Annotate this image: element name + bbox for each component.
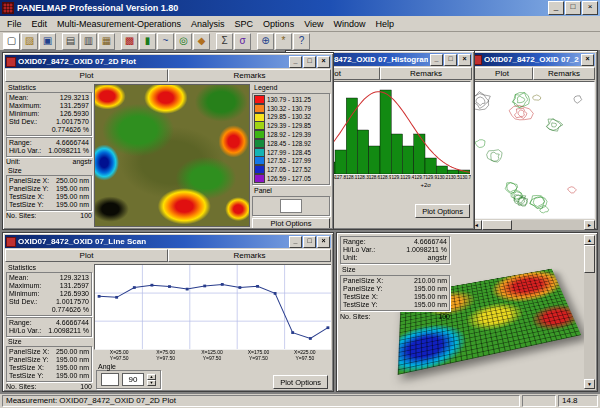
scrollbar-thumb[interactable]: [584, 245, 595, 273]
menu-item-view[interactable]: View: [299, 18, 328, 30]
minimize-button[interactable]: _: [430, 54, 443, 66]
maximize-button[interactable]: □: [565, 1, 581, 15]
panel-group: [252, 196, 330, 216]
stat-value: 126.5930: [60, 110, 89, 118]
unit-row: Unit: angstr: [6, 158, 92, 166]
maximize-button[interactable]: □: [303, 236, 316, 248]
stat-label: TestSize Y:: [9, 372, 44, 380]
tab-remarks[interactable]: Remarks: [533, 67, 595, 80]
toolbar-icon-save[interactable]: ▣: [39, 33, 56, 50]
plot-options-button[interactable]: Plot Options: [252, 218, 330, 228]
statistics-panel: Range:4.6666744Hi/Lo Var.:1.0098211 %Uni…: [340, 236, 450, 321]
toolbar-icon-options[interactable]: *: [275, 33, 292, 50]
angle-orientation-box[interactable]: [101, 373, 119, 386]
legend-label: 127.52 - 127.99: [267, 157, 311, 164]
toolbar-icon-open-folder[interactable]: ▨: [21, 33, 38, 50]
legend-label: 130.32 - 130.79: [267, 105, 311, 112]
toolbar-icon-zoom[interactable]: ⊕: [257, 33, 274, 50]
status-measurement: Measurement: OXID07_8472_OXID 07_2D Plot: [2, 395, 520, 407]
statistics-group: Mean:129.3213Maximum:131.2597Minimum:126…: [6, 92, 92, 136]
legend-swatch: [254, 148, 265, 157]
maximize-button[interactable]: □: [303, 56, 316, 68]
sites-value: 100: [80, 212, 92, 220]
stat-value: 195.00 nm: [56, 372, 89, 380]
scroll-right-arrow[interactable]: ►: [584, 220, 595, 230]
tab-plot[interactable]: Plot: [5, 69, 168, 82]
toolbar-icon-help[interactable]: ?: [293, 33, 310, 50]
tab-strip: Plot Remarks: [5, 69, 331, 82]
tab-plot[interactable]: Plot: [471, 67, 533, 80]
minimize-button[interactable]: _: [548, 1, 564, 15]
angle-input[interactable]: 90: [122, 373, 144, 386]
title-bar[interactable]: PANELMAP Professional Version 1.80 _ □ ×: [0, 0, 600, 16]
menu-item-multi-measurement-operations[interactable]: Multi-Measurement-Operations: [52, 18, 186, 30]
close-button[interactable]: ×: [458, 54, 471, 66]
statistics-panel: Statistics Mean:129.3213Maximum:131.2597…: [5, 83, 93, 228]
toolbar-icon-print[interactable]: ▤: [62, 33, 79, 50]
menu-item-spc[interactable]: SPC: [230, 18, 259, 30]
plot-options-button[interactable]: Plot Options: [415, 204, 470, 218]
menu-item-help[interactable]: Help: [371, 18, 400, 30]
stat-label: Mean:: [9, 94, 28, 102]
stat-row: Mean:129.3213: [9, 274, 89, 282]
panel-shape-preview[interactable]: [280, 199, 302, 213]
stat-row: Mean:129.3213: [9, 94, 89, 102]
menu-item-file[interactable]: File: [2, 18, 27, 30]
tab-plot[interactable]: Plot: [5, 249, 168, 262]
toolbar-icon-line-scan[interactable]: ~: [157, 33, 174, 50]
plot-options-button[interactable]: Plot Options: [273, 375, 328, 389]
stat-row: TestSize Y:195.00 nm: [9, 201, 89, 209]
angle-heading: Angle: [96, 363, 161, 370]
x-tick-label: 130.25: [437, 175, 448, 182]
window-title-bar[interactable]: OXID07_8472_OXID 07_Line Scan _ □ ×: [5, 235, 331, 248]
menu-item-analysis[interactable]: Analysis: [186, 18, 230, 30]
window-title-bar[interactable]: OXID07_8472_OXID 07_2D Plot _ □ ×: [5, 55, 331, 68]
stat-value: 195.00 nm: [414, 301, 447, 309]
close-button[interactable]: ×: [317, 56, 330, 68]
x-tick-label: X=125.00Y=97.50: [189, 350, 235, 362]
menu-item-edit[interactable]: Edit: [27, 18, 53, 30]
toolbar-icon-spc[interactable]: σ: [234, 33, 251, 50]
stat-row: Minimum:126.5930: [9, 110, 89, 118]
tab-remarks[interactable]: Remarks: [168, 69, 331, 82]
close-button[interactable]: ×: [582, 1, 598, 15]
window-title-bar[interactable]: OXID07_8472_OXID 07_2D Contour ×: [471, 53, 595, 66]
toolbar-icon-copy[interactable]: ▥: [80, 33, 97, 50]
contour-plot[interactable]: [471, 81, 595, 219]
stat-value: 131.2597: [60, 102, 89, 110]
toolbar-icon-plot-2d[interactable]: ▩: [121, 33, 138, 50]
toolbar-icon-histogram[interactable]: ▮: [139, 33, 156, 50]
stat-value: 195.00 nm: [414, 285, 447, 293]
close-button[interactable]: ×: [317, 236, 330, 248]
horizontal-scrollbar[interactable]: ◄ ►: [471, 220, 595, 230]
stat-label: TestSize X:: [9, 364, 44, 372]
stat-label: Range:: [9, 319, 32, 327]
minimize-button[interactable]: _: [289, 56, 302, 68]
line-scan-chart[interactable]: [94, 264, 331, 350]
toolbar-icon-paste[interactable]: ▦: [98, 33, 115, 50]
legend: 130.79 - 131.25130.32 - 130.79129.85 - 1…: [252, 93, 330, 185]
toolbar-icon-statistics[interactable]: Σ: [216, 33, 233, 50]
tab-remarks[interactable]: Remarks: [380, 67, 472, 80]
menu-item-options[interactable]: Options: [258, 18, 299, 30]
legend-label: 130.79 - 131.25: [267, 96, 311, 103]
menu-item-window[interactable]: Window: [329, 18, 371, 30]
legend-label: 128.92 - 129.39: [267, 131, 311, 138]
toolbar-icon-contour[interactable]: ◎: [175, 33, 192, 50]
minimize-button[interactable]: _: [289, 236, 302, 248]
scrollbar-thumb[interactable]: [482, 220, 512, 230]
maximize-button[interactable]: □: [444, 54, 457, 66]
stat-value: 126.5930: [60, 290, 89, 298]
scroll-up-arrow[interactable]: ▲: [584, 235, 595, 245]
scroll-down-arrow[interactable]: ▼: [584, 379, 595, 389]
stat-value: 4.6666744: [56, 139, 89, 147]
vertical-scrollbar[interactable]: ▲ ▼: [584, 235, 595, 389]
stat-row: Hi/Lo Var.:1.0098211 %: [9, 147, 89, 155]
tab-remarks[interactable]: Remarks: [168, 249, 331, 262]
heatmap-2d-plot[interactable]: [94, 84, 250, 227]
close-button[interactable]: ×: [581, 54, 594, 66]
size-group: PanelSize X:250.00 nmPanelSize Y:195.00 …: [6, 346, 92, 382]
toolbar-icon-plot-3d[interactable]: ◆: [193, 33, 210, 50]
angle-down-button[interactable]: ▼: [147, 380, 156, 386]
toolbar-icon-new-file[interactable]: ▢: [3, 33, 20, 50]
